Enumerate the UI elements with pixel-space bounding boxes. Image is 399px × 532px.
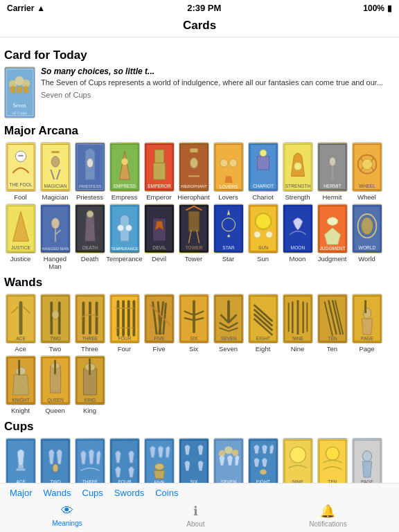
card-image[interactable]: FIVE xyxy=(144,438,175,483)
card-image[interactable]: FOUR xyxy=(109,438,140,483)
suit-tab-coins[interactable]: Coins xyxy=(151,486,182,499)
card-image[interactable]: MOON xyxy=(283,204,313,254)
list-item[interactable]: QUEEN Queen xyxy=(39,355,71,414)
list-item[interactable]: WHEEL Wheel xyxy=(351,142,383,201)
card-image[interactable]: SIX xyxy=(179,438,209,483)
list-item[interactable]: TWO Two xyxy=(39,294,71,353)
card-image[interactable]: FOUR xyxy=(109,294,140,344)
list-item[interactable]: THREE Three xyxy=(73,294,106,353)
suit-tab-cups[interactable]: Cups xyxy=(78,486,107,499)
list-item[interactable]: HIEROPHANT Hierophant xyxy=(177,142,210,201)
card-image[interactable]: EIGHT xyxy=(248,294,278,344)
list-item[interactable]: SEVEN Seven xyxy=(212,438,245,483)
list-item[interactable]: SUN Sun xyxy=(247,204,279,270)
card-image[interactable]: KNIGHT xyxy=(6,355,36,405)
list-item[interactable]: TEN Ten xyxy=(316,294,348,353)
card-image[interactable]: JUSTICE xyxy=(6,204,36,254)
card-today-section[interactable]: Seven of Cups So many choices, so little… xyxy=(4,66,395,118)
list-item[interactable]: ★STAR Star xyxy=(212,204,245,270)
card-image[interactable]: HANGED MAN xyxy=(40,204,71,254)
list-item[interactable]: JUDGMENT Judgment xyxy=(316,204,348,270)
list-item[interactable]: TEN Ten xyxy=(316,438,348,483)
list-item[interactable]: DEVIL Devil xyxy=(143,204,175,270)
list-item[interactable]: ACE Ace xyxy=(4,294,37,353)
card-image[interactable]: KING xyxy=(75,355,105,405)
list-item[interactable]: TEMPERANCE Temperance xyxy=(108,204,141,270)
suit-tab-major[interactable]: Major xyxy=(6,486,37,499)
card-image[interactable]: TEN xyxy=(317,438,348,483)
list-item[interactable]: ACE Ace xyxy=(4,438,37,483)
card-image[interactable]: DEATH xyxy=(75,204,105,254)
card-image[interactable]: TEN xyxy=(317,294,348,344)
list-item[interactable]: EIGHT Eight xyxy=(247,294,279,353)
card-image[interactable]: THREE xyxy=(75,438,105,483)
card-image[interactable]: WHEEL xyxy=(352,142,382,192)
card-image[interactable]: TOWER xyxy=(179,204,209,254)
card-image[interactable]: PRIESTESS xyxy=(75,142,105,192)
list-item[interactable]: TOWER Tower xyxy=(177,204,210,270)
list-item[interactable]: THE FOOL Fool xyxy=(4,142,37,201)
list-item[interactable]: STRENGTH Strength xyxy=(281,142,314,201)
card-image[interactable]: MAGICIAN xyxy=(40,142,71,192)
list-item[interactable]: FIVE Five xyxy=(143,294,175,353)
card-image[interactable]: STRENGTH xyxy=(283,142,313,192)
card-today-image[interactable]: Seven of Cups xyxy=(4,66,35,118)
list-item[interactable]: PRIESTESS Priestess xyxy=(73,142,106,201)
list-item[interactable]: PAGE Page xyxy=(351,294,383,353)
list-item[interactable]: TWO Two xyxy=(39,438,71,483)
card-image[interactable]: SEVEN xyxy=(213,294,244,344)
card-image[interactable]: EMPRESS xyxy=(109,142,140,192)
card-image[interactable]: ★STAR xyxy=(213,204,244,254)
list-item[interactable]: SEVEN Seven xyxy=(212,294,245,353)
card-image[interactable]: SIX xyxy=(179,294,209,344)
card-image[interactable]: PAGE xyxy=(352,438,382,483)
card-image[interactable]: HERMIT xyxy=(317,142,348,192)
tab-notifications[interactable]: 🔔 Notifications xyxy=(295,504,360,528)
list-item[interactable]: SIX Six xyxy=(177,294,210,353)
card-image[interactable]: JUDGMENT xyxy=(317,204,348,254)
list-item[interactable]: EMPEROR Emperor xyxy=(143,142,175,201)
list-item[interactable]: LOVERS Lovers xyxy=(212,142,245,201)
card-image[interactable]: TWO xyxy=(40,438,71,483)
list-item[interactable]: NINE Nine xyxy=(281,294,314,353)
list-item[interactable]: CHARIOT Chariot xyxy=(247,142,279,201)
card-image[interactable]: LOVERS xyxy=(213,142,244,192)
tab-about[interactable]: ℹ About xyxy=(172,504,218,528)
card-image[interactable]: WORLD xyxy=(352,204,382,254)
card-image[interactable]: CHARIOT xyxy=(248,142,278,192)
list-item[interactable]: SIX Six xyxy=(177,438,210,483)
list-item[interactable]: MAGICIAN Magician xyxy=(39,142,71,201)
list-item[interactable]: FOUR Four xyxy=(108,294,141,353)
card-image[interactable]: SEVEN xyxy=(213,438,244,483)
list-item[interactable]: PAGE Page xyxy=(351,438,383,483)
card-image[interactable]: NINE xyxy=(283,438,313,483)
list-item[interactable]: NINE Nine xyxy=(281,438,314,483)
card-image[interactable]: PAGE xyxy=(352,294,382,344)
list-item[interactable]: EMPRESS Empress xyxy=(108,142,141,201)
suit-tab-wands[interactable]: Wands xyxy=(39,486,76,499)
card-image[interactable]: QUEEN xyxy=(40,355,71,405)
list-item[interactable]: KNIGHT Knight xyxy=(4,355,37,414)
card-image[interactable]: THE FOOL xyxy=(6,142,36,192)
card-image[interactable]: NINE xyxy=(283,294,313,344)
list-item[interactable]: EIGHT Eight xyxy=(247,438,279,483)
card-image[interactable]: HIEROPHANT xyxy=(179,142,209,192)
card-image[interactable]: SUN xyxy=(248,204,278,254)
card-image[interactable]: TWO xyxy=(40,294,71,344)
card-image[interactable]: THREE xyxy=(75,294,105,344)
card-image[interactable]: DEVIL xyxy=(144,204,175,254)
card-image[interactable]: ACE xyxy=(6,438,36,483)
list-item[interactable]: WORLD World xyxy=(351,204,383,270)
list-item[interactable]: HANGED MAN Hanged Man xyxy=(39,204,71,270)
list-item[interactable]: KING King xyxy=(73,355,106,414)
suit-tab-swords[interactable]: Swords xyxy=(110,486,148,499)
card-image[interactable]: ACE xyxy=(6,294,36,344)
card-image[interactable]: EMPEROR xyxy=(144,142,175,192)
list-item[interactable]: JUSTICE Justice xyxy=(4,204,37,270)
card-image[interactable]: EIGHT xyxy=(248,438,278,483)
list-item[interactable]: THREE Three xyxy=(73,438,106,483)
card-image[interactable]: FIVE xyxy=(144,294,175,344)
list-item[interactable]: HERMIT Hermit xyxy=(316,142,348,201)
tab-meanings[interactable]: 👁 Meanings xyxy=(38,504,96,528)
list-item[interactable]: DEATH Death xyxy=(73,204,106,270)
